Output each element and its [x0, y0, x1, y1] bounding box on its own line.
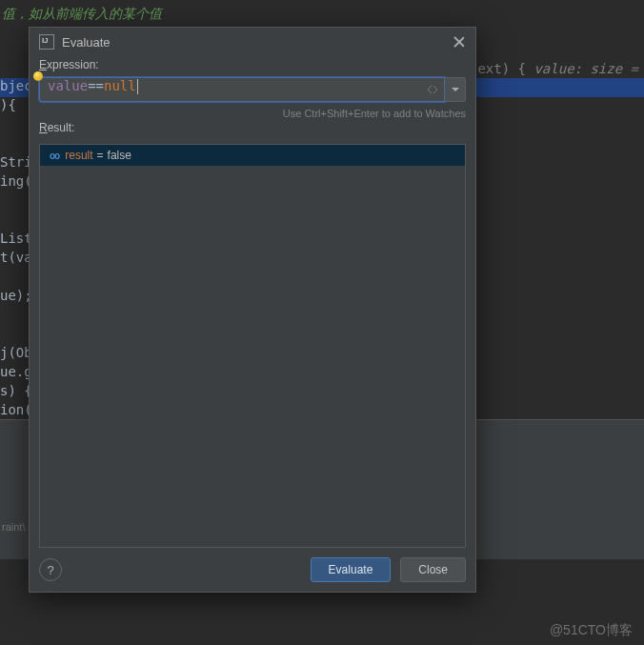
result-row[interactable]: oo result = false: [40, 145, 465, 166]
close-icon[interactable]: [453, 35, 466, 49]
evaluate-button[interactable]: Evaluate: [311, 557, 392, 582]
evaluate-dialog: Evaluate Expression: value==null Use Ctr…: [29, 27, 476, 593]
history-dropdown[interactable]: [445, 77, 466, 102]
dialog-titlebar: Evaluate: [30, 28, 475, 56]
result-name: result: [65, 149, 92, 162]
expression-label: Expression:: [39, 58, 466, 71]
expression-input[interactable]: value==null: [39, 77, 445, 102]
result-value: false: [108, 149, 131, 162]
result-panel: oo result = false: [39, 144, 466, 548]
app-icon: [39, 34, 54, 50]
help-button[interactable]: ?: [39, 558, 62, 581]
background-code: bjec ){ Stri ing( List t(va ue); j(Ob ue…: [0, 57, 32, 419]
dialog-title: Evaluate: [62, 35, 111, 50]
chevron-down-icon: [452, 88, 459, 91]
watermark: @51CTO博客: [550, 622, 633, 639]
intention-bulb-icon[interactable]: [33, 71, 43, 81]
result-label: Result:: [39, 121, 466, 134]
inline-hint: ext) { value: size =: [477, 61, 638, 76]
shortcut-hint: Use Ctrl+Shift+Enter to add to Watches: [39, 108, 466, 119]
status-bar-text: raint\: [2, 521, 25, 533]
watch-icon: oo: [50, 151, 59, 161]
expand-icon[interactable]: [426, 83, 439, 96]
close-button[interactable]: Close: [400, 557, 466, 582]
code-comment: 值，如从前端传入的某个值: [2, 6, 162, 23]
